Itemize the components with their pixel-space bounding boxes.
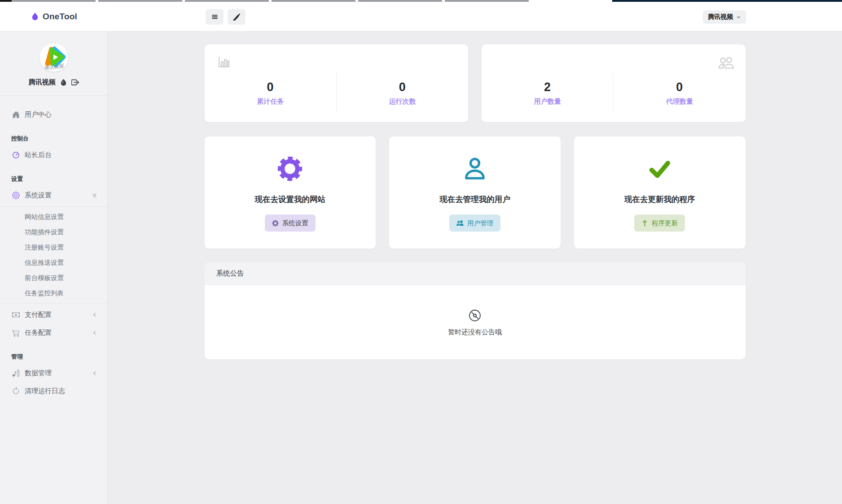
button-label: 程序更新: [652, 219, 678, 228]
brush-icon: [233, 13, 240, 21]
no-data-icon: [468, 308, 482, 323]
sidebar-section-settings: 设置: [0, 172, 107, 186]
stats-row: 0 累计任务 0 运行次数 2: [205, 44, 746, 122]
sidebar-subitem-task-monitor[interactable]: 任务监控列表: [0, 285, 107, 301]
sidebar-item-label: 清理运行日志: [25, 387, 97, 395]
chevron-left-icon: [92, 370, 97, 376]
system-settings-submenu: 网站信息设置 功能插件设置 注册账号设置 信息推送设置 前台模板设置 任务监控列…: [0, 206, 107, 303]
topbar-actions: [206, 9, 246, 25]
announcement-empty-text: 暂时还没有公告哦: [448, 328, 502, 337]
logout-icon[interactable]: [71, 79, 79, 86]
stat-run-count: 0 运行次数: [337, 80, 468, 105]
sidebar-item-label: 前台模板设置: [25, 274, 97, 282]
droplet-icon[interactable]: [60, 79, 67, 86]
sidebar-item-clear-run-logs[interactable]: 清理运行日志: [0, 382, 107, 400]
sidebar-item-label: 支付配置: [25, 311, 92, 319]
flame-icon: [31, 12, 39, 21]
sidebar-item-payment-config[interactable]: 支付配置: [0, 306, 107, 324]
main-content: 0 累计任务 0 运行次数 2: [108, 31, 842, 504]
topbar: OneTool 腾讯视频: [0, 2, 842, 31]
app-logo[interactable]: OneTool: [31, 2, 77, 31]
sidebar-subitem-register-account[interactable]: 注册账号设置: [0, 240, 107, 255]
chevron-left-icon: [92, 330, 97, 336]
speedometer-icon: [12, 151, 20, 159]
user-management-button[interactable]: 用户管理: [449, 215, 500, 232]
chevron-down-icon: [736, 15, 741, 20]
sidebar-item-system-settings[interactable]: 系统设置: [0, 186, 107, 204]
sidebar-item-data-management[interactable]: 数据管理: [0, 364, 107, 382]
sidebar-item-label: 数据管理: [25, 369, 92, 377]
sidebar-subitem-site-info[interactable]: 网站信息设置: [0, 209, 107, 224]
sidebar-item-label: 功能插件设置: [25, 228, 97, 237]
action-cards-row: 现在去设置我的网站 系统设置 现在去管理我的用户 用户管理: [205, 136, 746, 249]
avatar[interactable]: 腾讯视频: [39, 43, 68, 72]
stat-label: 用户数量: [482, 97, 613, 106]
sidebar-item-task-config[interactable]: 任务配置: [0, 324, 107, 342]
action-card-title: 现在去更新我的程序: [574, 194, 746, 205]
sidebar-toggle-button[interactable]: [206, 9, 224, 25]
cash-icon: [12, 311, 20, 319]
stat-card-tasks: 0 累计任务 0 运行次数: [205, 44, 469, 122]
action-card-site-settings: 现在去设置我的网站 系统设置: [205, 136, 376, 249]
action-card-title: 现在去管理我的用户: [389, 194, 561, 205]
sidebar-item-label: 网站信息设置: [25, 213, 97, 221]
sidebar-subitem-message-push[interactable]: 信息推送设置: [0, 255, 107, 270]
stat-label: 运行次数: [337, 97, 468, 106]
stat-card-users: 2 用户数量 0 代理数量: [482, 44, 746, 122]
cart-icon: [12, 329, 20, 337]
bar-chart-icon: [12, 369, 20, 377]
chart-icon: [216, 55, 231, 70]
person-icon: [389, 154, 561, 183]
system-settings-button[interactable]: 系统设置: [265, 215, 316, 232]
button-label: 用户管理: [467, 219, 493, 228]
stat-label: 代理数量: [614, 97, 745, 106]
announcement-header: 系统公告: [205, 263, 746, 285]
sidebar-menu: 用户中心 控制台 站长后台 设置 系统设置 网站信息设置 功能插件设置 注册账号…: [0, 96, 107, 400]
stat-agent-count: 0 代理数量: [614, 80, 745, 105]
sidebar-subitem-front-template[interactable]: 前台模板设置: [0, 270, 107, 285]
sidebar-item-webmaster-dashboard[interactable]: 站长后台: [0, 146, 107, 164]
gear-icon: [205, 154, 376, 183]
tencent-video-logo: 腾讯视频: [39, 43, 68, 72]
home-icon: [12, 111, 20, 118]
workspace-selector-label: 腾讯视频: [708, 13, 733, 21]
sidebar-item-user-center[interactable]: 用户中心: [0, 105, 107, 123]
stat-total-tasks: 0 累计任务: [205, 80, 336, 105]
app-logo-text: OneTool: [43, 12, 77, 22]
chevron-left-icon: [92, 312, 97, 318]
sidebar-item-label: 信息推送设置: [25, 259, 97, 267]
stat-value: 0: [205, 80, 336, 94]
sidebar-item-label: 系统设置: [25, 191, 92, 200]
profile-row: 腾讯视频: [0, 78, 107, 87]
people-icon: [719, 55, 734, 70]
stat-user-count: 2 用户数量: [482, 80, 613, 105]
theme-brush-button[interactable]: [228, 9, 246, 25]
program-update-button[interactable]: 程序更新: [634, 215, 685, 232]
action-card-title: 现在去设置我的网站: [205, 194, 376, 205]
sidebar-subitem-plugins[interactable]: 功能插件设置: [0, 224, 107, 240]
workspace-selector[interactable]: 腾讯视频: [703, 10, 746, 24]
sidebar-section-management: 管理: [0, 350, 107, 364]
chevron-double-down-icon: [92, 193, 97, 198]
arrow-up-icon: [641, 220, 648, 227]
sidebar-item-label: 注册账号设置: [25, 243, 97, 252]
announcement-panel: 系统公告 暂时还没有公告哦: [205, 263, 746, 359]
sidebar-item-label: 用户中心: [25, 110, 97, 119]
hamburger-icon: [211, 13, 219, 21]
stat-value: 0: [614, 80, 745, 94]
sidebar-item-label: 站长后台: [25, 151, 97, 159]
action-card-manage-users: 现在去管理我的用户 用户管理: [389, 136, 561, 249]
sidebar: 腾讯视频 腾讯视频 用户中心 控制台 站长后台 设置 系统设置: [0, 31, 108, 504]
people-icon: [456, 219, 464, 227]
gear-icon: [12, 192, 20, 199]
check-icon: [574, 154, 746, 183]
sidebar-profile: 腾讯视频 腾讯视频: [0, 31, 107, 96]
profile-name: 腾讯视频: [29, 78, 56, 87]
sidebar-section-console: 控制台: [0, 131, 107, 146]
sidebar-item-label: 任务监控列表: [25, 289, 97, 298]
announcement-empty-state: 暂时还没有公告哦: [205, 285, 746, 359]
action-card-update-program: 现在去更新我的程序 程序更新: [574, 136, 746, 249]
button-label: 系统设置: [282, 219, 308, 228]
stat-value: 0: [337, 80, 468, 94]
sidebar-item-label: 任务配置: [25, 329, 92, 337]
